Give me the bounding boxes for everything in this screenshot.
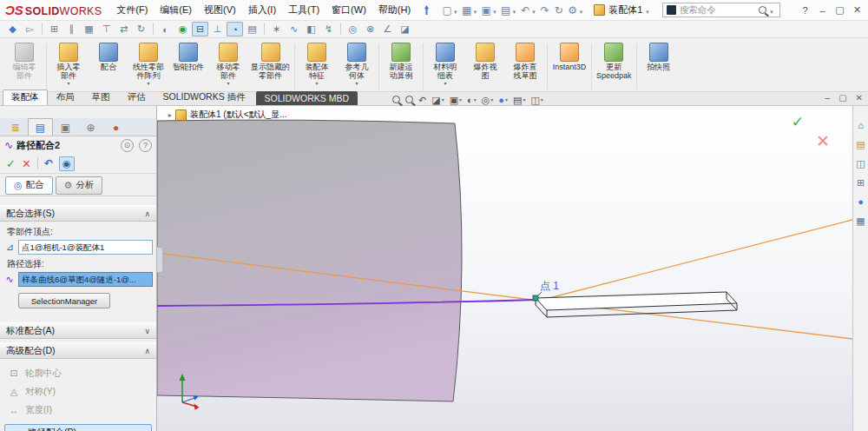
flyout-arrow-icon[interactable]: ▸ <box>168 111 172 119</box>
chevron-down-icon[interactable]: ▾ <box>454 9 457 16</box>
keep-visible-button[interactable]: ◉ <box>59 156 75 171</box>
motion-study-icon[interactable]: ◔ <box>227 22 243 36</box>
menu-edit[interactable]: 编辑(E) <box>154 3 198 17</box>
undo-icon[interactable]: ↶ <box>518 3 532 17</box>
mate-button[interactable]: 配合 <box>89 42 128 78</box>
search-icon[interactable] <box>759 6 766 14</box>
move-component-button[interactable]: 移动零 部件 ▾ <box>208 42 248 87</box>
vertex-selection-box[interactable]: 点1@相机-1@装配体1 <box>18 240 153 255</box>
dimxpert-manager-tab[interactable]: ⊕ <box>78 118 103 136</box>
assembly-features-button[interactable]: 装配体 特征 ▾ <box>297 42 337 87</box>
chevron-up-icon[interactable]: ∧ <box>144 347 150 355</box>
exploded-view-icon[interactable]: ∗ <box>268 22 285 36</box>
exploded-view-button[interactable]: 爆炸视 图 <box>465 42 505 87</box>
panel-splitter-handle[interactable] <box>157 247 163 273</box>
rebuild-icon[interactable]: ↻ <box>552 3 566 17</box>
chevron-down-icon[interactable]: ▾ <box>513 9 516 16</box>
file-explorer-icon[interactable]: ◫ <box>856 158 865 169</box>
edit-component-button[interactable]: 编辑零 部件 <box>4 42 44 87</box>
mate-selections-header[interactable]: 配合选择(S) ∧ <box>0 205 156 222</box>
graphics-viewport[interactable]: 点 1 ▸ 装配体1 (默认<默认_显... ✓ ✕ <box>157 106 852 431</box>
document-close-button[interactable]: ✕ <box>856 93 863 103</box>
redo-icon[interactable]: ↷ <box>538 3 552 17</box>
path-selection-box[interactable]: 样条曲线6@草图4@隧道-1@... <box>18 272 153 287</box>
linear-component-pattern-button[interactable]: 线性零部 件阵列 ▾ <box>128 42 168 87</box>
view-palette-icon[interactable]: ⊞ <box>857 177 865 188</box>
confirmation-ok-button[interactable]: ✓ <box>792 113 804 131</box>
save-icon[interactable]: ▣ <box>479 3 493 17</box>
propertymanager-tab[interactable]: ▤ <box>28 118 53 136</box>
rotate-component-icon[interactable]: ↻ <box>133 22 149 36</box>
tab-assembly[interactable]: 装配体 <box>3 90 48 105</box>
apply-scene-icon[interactable]: ▤▾ <box>513 94 525 106</box>
pin-icon[interactable]: ◆ <box>4 22 21 36</box>
chevron-down-icon[interactable]: ▾ <box>532 9 536 16</box>
document-minimize-button[interactable]: – <box>825 93 831 103</box>
smart-fastener-icon[interactable]: ⊤ <box>98 22 115 36</box>
tab-evaluate[interactable]: 评估 <box>119 90 155 105</box>
reference-geometry-button[interactable]: 参考几 何体 ▾ <box>337 42 377 87</box>
new-document-icon[interactable]: ▢ <box>440 3 454 17</box>
undo-button[interactable]: ↶ <box>44 157 53 169</box>
design-library-icon[interactable]: ▤ <box>856 139 865 149</box>
cancel-button[interactable]: ✕ <box>22 157 31 170</box>
tab-sketch[interactable]: 草图 <box>83 90 119 105</box>
instant3d-icon[interactable]: ◧ <box>303 22 319 36</box>
chevron-down-icon[interactable]: ▾ <box>646 9 649 16</box>
selection-manager-button[interactable]: SelectionManager <box>18 293 110 308</box>
menu-file[interactable]: 文件(F) <box>110 3 154 17</box>
tab-addins[interactable]: SOLIDWORKS 插件 <box>155 90 254 105</box>
menu-help[interactable]: 帮助(H) <box>372 3 417 17</box>
close-button[interactable]: ✕ <box>852 4 863 16</box>
previous-view-icon[interactable]: ↶ <box>418 94 426 106</box>
chevron-down-icon[interactable]: ▾ <box>493 9 496 16</box>
display-manager-tab[interactable]: ● <box>103 118 128 136</box>
menu-window[interactable]: 窗口(W) <box>326 3 372 17</box>
search-input[interactable]: 搜索命令 <box>680 4 755 17</box>
edit-appearance-icon[interactable]: ●▾ <box>498 94 508 106</box>
flyout-tree-label[interactable]: 装配体1 (默认<默认_显... <box>190 109 286 121</box>
profile-center-mate-button[interactable]: ⊡ 轮廓中心 <box>0 364 156 382</box>
chevron-down-icon[interactable]: ▾ <box>770 9 773 16</box>
insert-component-icon[interactable]: ⊞ <box>46 22 62 36</box>
camera-box-top-face[interactable] <box>536 292 737 310</box>
feature-tree-flyout[interactable]: ▸ 装配体1 (默认<默认_显... <box>168 109 286 121</box>
smart-fasteners-button[interactable]: 智能扣件 <box>168 42 208 78</box>
update-speedpak-button[interactable]: 更新 Speedpak <box>594 42 635 87</box>
analysis-tab[interactable]: ⚙ 分析 <box>56 176 103 195</box>
path-mate-button[interactable]: ∿ 路径配合(P) <box>4 424 152 431</box>
help-icon[interactable]: ? <box>139 139 152 152</box>
menu-tools[interactable]: 工具(T) <box>282 3 326 17</box>
keep-visible-pin-icon[interactable]: ⊙ <box>121 139 134 152</box>
chevron-down-icon[interactable]: ▾ <box>580 9 583 16</box>
assembly-feature-icon[interactable]: ⊟ <box>192 22 208 36</box>
tab-mbd[interactable]: SOLIDWORKS MBD <box>256 91 358 105</box>
show-hidden-components-button[interactable]: 显示隐藏的 零部件 <box>248 42 293 87</box>
reference-geometry-icon[interactable]: ⊥ <box>209 22 226 36</box>
custom-properties-icon[interactable]: ▦ <box>856 216 865 226</box>
advanced-mates-header[interactable]: 高级配合(D) ∧ <box>0 342 156 359</box>
chevron-up-icon[interactable]: ∧ <box>144 209 150 218</box>
symmetric-mate-button[interactable]: ◬ 对称(Y) <box>0 382 156 401</box>
move-component-icon[interactable]: ⇄ <box>115 22 132 36</box>
insert-components-button[interactable]: 插入零 部件 ▾ <box>49 42 89 87</box>
external-reference-icon[interactable]: ◉ <box>174 22 191 36</box>
appearances-icon[interactable]: ● <box>858 196 864 207</box>
command-search[interactable]: 搜索命令 ▾ <box>662 3 780 17</box>
instant3d-button[interactable]: Instant3D <box>549 42 589 78</box>
document-restore-button[interactable]: ▢ <box>838 93 846 103</box>
explode-line-sketch-icon[interactable]: ∿ <box>286 22 302 36</box>
home-icon[interactable]: ⌂ <box>858 120 864 130</box>
component-pattern-icon[interactable]: ▦ <box>81 22 97 36</box>
vertex-point[interactable] <box>533 295 538 301</box>
take-snapshot-button[interactable]: 拍快照 <box>639 42 679 78</box>
tab-layout[interactable]: 布局 <box>48 90 83 105</box>
menu-view[interactable]: 视图(V) <box>198 3 242 17</box>
mates-tab[interactable]: ◎ 配合 <box>5 176 53 195</box>
hide-show-items-icon[interactable]: ◎▾ <box>482 94 494 106</box>
confirmation-cancel-button[interactable]: ✕ <box>816 131 830 151</box>
tunnel-surface[interactable] <box>157 120 462 401</box>
width-mate-button[interactable]: ↔ 宽度(I) <box>0 401 156 419</box>
plane-edge-upper-right-icon[interactable] <box>539 220 852 301</box>
print-icon[interactable]: ▤ <box>499 3 513 17</box>
